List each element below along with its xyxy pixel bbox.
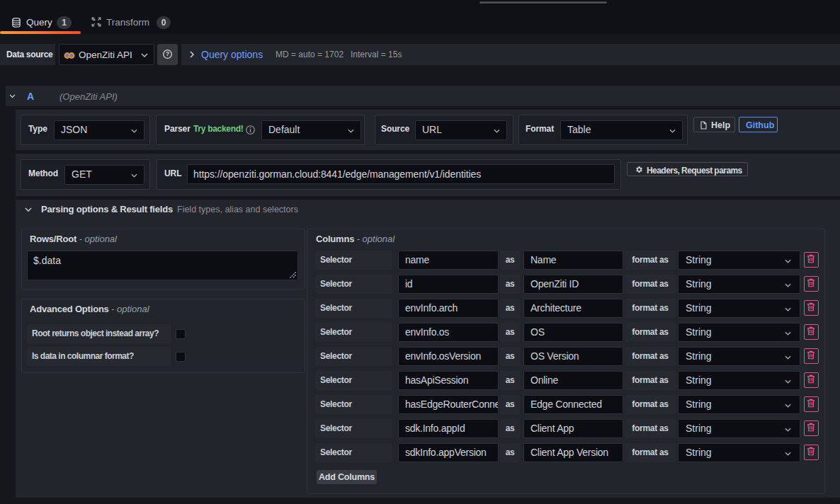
svg-text:?: ? [166,50,169,57]
